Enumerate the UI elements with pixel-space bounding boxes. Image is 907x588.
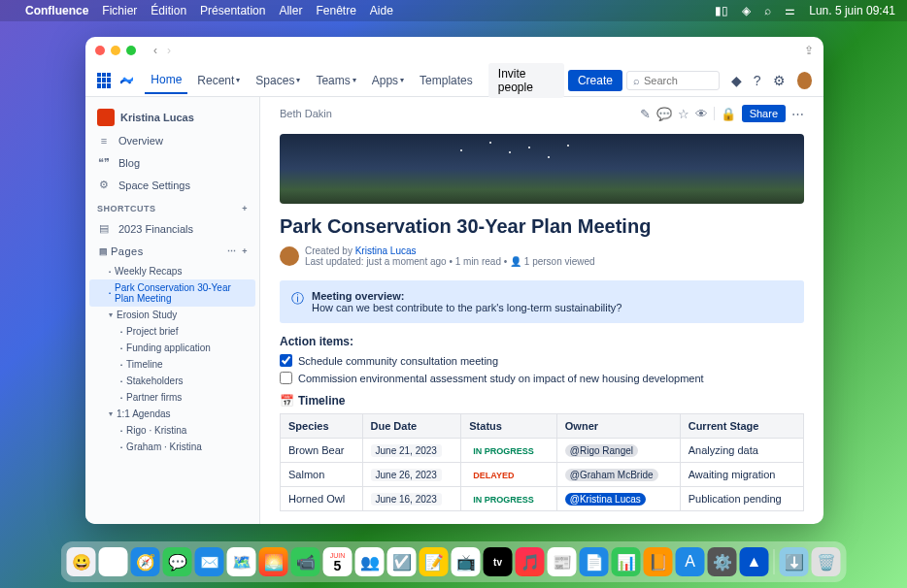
wifi-icon[interactable]: ◈ — [742, 4, 751, 17]
menu-go[interactable]: Aller — [279, 4, 302, 17]
search-input[interactable] — [644, 75, 713, 86]
dock-app-icon[interactable]: 📙 — [644, 547, 673, 576]
nav-teams[interactable]: Teams▾ — [310, 70, 361, 91]
sidebar-icon: ≡ — [97, 135, 111, 147]
profile-avatar[interactable] — [797, 72, 812, 89]
edit-icon[interactable]: ✎ — [640, 107, 651, 121]
dock-app-icon[interactable]: 📝 — [420, 547, 449, 576]
nav-back-icon[interactable]: ‹ — [153, 44, 157, 57]
author-avatar[interactable] — [280, 246, 299, 266]
dock-app-icon[interactable]: 🎵 — [516, 547, 545, 576]
action-checkbox[interactable] — [280, 372, 292, 384]
tree-item[interactable]: •Park Conservation 30-Year Plan Meeting — [89, 279, 255, 307]
restrict-icon[interactable]: 🔒 — [721, 107, 736, 121]
tree-item[interactable]: •Partner firms — [85, 389, 259, 406]
dock-app-icon[interactable]: ⚙️ — [708, 547, 737, 576]
dock-app-icon[interactable]: 📹 — [291, 547, 320, 576]
invite-people-button[interactable]: Invite people — [488, 63, 564, 98]
sidebar-item-space-settings[interactable]: ⚙Space Settings — [85, 174, 259, 196]
dock-app-icon[interactable]: 💬 — [163, 547, 192, 576]
tree-item[interactable]: •Timeline — [85, 356, 259, 373]
tree-item[interactable]: •Stakeholders — [85, 373, 259, 389]
pages-heading[interactable]: ▤ Pages ⋯ + — [85, 240, 259, 263]
tree-item[interactable]: •Weekly Recaps — [85, 263, 259, 279]
dock-app-icon[interactable]: 🧭 — [131, 547, 160, 576]
expand-icon[interactable]: ▾ — [109, 310, 113, 319]
dock-app-icon[interactable]: tv — [484, 547, 513, 576]
dock-app-icon[interactable]: ⬇️ — [780, 547, 809, 576]
user-mention[interactable]: @Rigo Rangel — [565, 444, 638, 457]
minimize-window-button[interactable] — [111, 46, 120, 55]
nav-spaces[interactable]: Spaces▾ — [250, 70, 306, 91]
menu-window[interactable]: Fenêtre — [316, 4, 355, 17]
space-header[interactable]: Kristina Lucas — [85, 105, 259, 130]
dock-app-icon[interactable]: 📺 — [452, 547, 481, 576]
dock-app-icon[interactable]: 🗑️ — [812, 547, 841, 576]
app-switcher-icon[interactable] — [97, 73, 111, 88]
add-page-icon[interactable]: + — [242, 246, 248, 256]
menu-edit[interactable]: Édition — [151, 4, 186, 17]
dock-app-icon[interactable]: ▲ — [740, 547, 769, 576]
macos-share-icon[interactable]: ⇪ — [804, 44, 814, 57]
nav-templates[interactable]: Templates — [414, 70, 479, 91]
sidebar-item-blog[interactable]: ❝❞Blog — [85, 151, 259, 174]
tree-item[interactable]: •Funding application — [85, 340, 259, 356]
app-name[interactable]: Confluence — [25, 4, 88, 17]
dock-app-icon[interactable]: 🌅 — [259, 547, 288, 576]
share-button[interactable]: Share — [742, 105, 786, 122]
tree-item[interactable]: ▾1:1 Agendas — [85, 406, 259, 422]
control-center-icon[interactable]: ⚌ — [785, 4, 795, 17]
tree-item[interactable]: •Graham · Kristina — [85, 439, 259, 455]
dock-app-icon[interactable]: JUIN5 — [323, 547, 353, 576]
watch-icon[interactable]: 👁 — [695, 107, 708, 121]
search-spotlight-icon[interactable]: ⌕ — [764, 4, 771, 17]
nav-forward-icon[interactable]: › — [167, 44, 171, 57]
menu-file[interactable]: Fichier — [102, 4, 137, 17]
maximize-window-button[interactable] — [126, 46, 136, 55]
dock-app-icon[interactable]: 👥 — [355, 547, 385, 576]
nav-apps[interactable]: Apps▾ — [366, 70, 410, 91]
table-header: Species — [281, 414, 363, 439]
dock-app-icon[interactable]: ▦ — [99, 547, 128, 576]
add-shortcut-icon[interactable]: + — [242, 204, 248, 213]
expand-icon[interactable]: ▾ — [109, 409, 113, 418]
create-button[interactable]: Create — [568, 70, 622, 91]
chevron-down-icon: ▾ — [236, 76, 240, 84]
dock-app-icon[interactable]: ✉️ — [195, 547, 224, 576]
menu-view[interactable]: Présentation — [200, 4, 265, 17]
user-mention[interactable]: @Graham McBride — [565, 469, 658, 481]
tree-item[interactable]: •Project brief — [85, 323, 259, 340]
shortcut-item[interactable]: ▤ 2023 Financials — [85, 217, 259, 240]
chevron-down-icon: ▾ — [400, 76, 404, 84]
battery-icon[interactable]: ▮▯ — [715, 4, 728, 17]
tree-item[interactable]: ▾Erosion Study — [85, 307, 259, 323]
sidebar-item-overview[interactable]: ≡Overview — [85, 130, 259, 151]
comment-icon[interactable]: 💬 — [656, 107, 672, 121]
tree-item[interactable]: •Rigo · Kristina — [85, 422, 259, 439]
star-icon[interactable]: ☆ — [678, 107, 689, 121]
breadcrumb[interactable]: Beth Dakin — [280, 108, 332, 119]
sidebar: Kristina Lucas ≡Overview❝❞Blog⚙Space Set… — [85, 97, 260, 524]
pages-more-icon[interactable]: ⋯ — [227, 246, 237, 256]
dock-app-icon[interactable]: 😀 — [67, 547, 96, 576]
confluence-logo-icon[interactable] — [120, 73, 134, 88]
menu-help[interactable]: Aide — [370, 4, 393, 17]
nav-recent[interactable]: Recent▾ — [191, 70, 246, 91]
dock-app-icon[interactable]: 📄 — [580, 547, 609, 576]
dock-app-icon[interactable]: 📊 — [612, 547, 641, 576]
dock-app-icon[interactable]: ☑️ — [387, 547, 417, 576]
user-mention[interactable]: @Kristina Lucas — [565, 493, 646, 506]
settings-icon[interactable]: ⚙ — [773, 73, 786, 88]
close-window-button[interactable] — [95, 46, 105, 55]
nav-home[interactable]: Home — [145, 69, 187, 94]
help-icon[interactable]: ? — [754, 73, 761, 88]
action-checkbox[interactable] — [280, 354, 292, 367]
dock-app-icon[interactable]: A — [676, 547, 705, 576]
author-link[interactable]: Kristina Lucas — [355, 245, 417, 256]
clock[interactable]: Lun. 5 juin 09:41 — [809, 4, 895, 17]
notifications-icon[interactable]: ◆ — [731, 73, 742, 88]
dock-app-icon[interactable]: 🗺️ — [227, 547, 256, 576]
dock-app-icon[interactable]: 📰 — [548, 547, 577, 576]
search-box[interactable]: ⌕ — [626, 71, 720, 90]
more-actions-icon[interactable]: ⋯ — [791, 107, 804, 121]
